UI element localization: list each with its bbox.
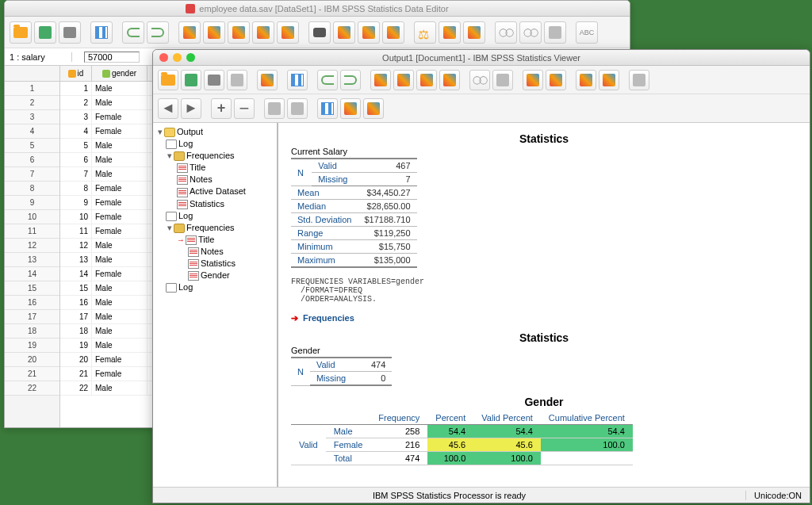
row-number[interactable]: 17 xyxy=(5,310,59,324)
gender-stats-table[interactable]: NValid474 Missing0 xyxy=(291,357,392,386)
collapse-button[interactable]: − xyxy=(234,98,255,119)
row-number[interactable]: 18 xyxy=(5,324,59,339)
cell-id[interactable]: 4 xyxy=(60,124,92,138)
cell-gender[interactable]: Male xyxy=(92,96,147,109)
insert-var-button[interactable] xyxy=(358,21,380,44)
find-button[interactable] xyxy=(308,21,331,44)
cell-gender[interactable]: Male xyxy=(92,281,147,295)
cell-id[interactable]: 11 xyxy=(60,224,92,238)
cell-gender[interactable]: Male xyxy=(92,239,147,252)
cell-id[interactable]: 14 xyxy=(60,267,92,281)
cell-gender[interactable]: Female xyxy=(92,182,147,195)
outline-log[interactable]: Log xyxy=(178,139,193,148)
outline-title[interactable]: Title xyxy=(190,163,205,172)
output-outline[interactable]: ▾Output Log ▾Frequencies Title Notes Act… xyxy=(153,123,278,487)
cell-gender[interactable]: Male xyxy=(92,310,147,323)
cell-gender[interactable]: Male xyxy=(92,139,147,152)
cell-id[interactable]: 8 xyxy=(60,182,92,195)
insert-heading-button[interactable] xyxy=(317,98,338,119)
tree-toggle[interactable]: ▾ xyxy=(156,127,164,137)
cell-id[interactable]: 5 xyxy=(60,139,92,152)
tb-c[interactable] xyxy=(629,70,649,90)
chart-button[interactable] xyxy=(439,70,460,90)
row-number[interactable]: 7 xyxy=(5,167,59,182)
row-number[interactable]: 15 xyxy=(5,281,59,296)
row-number[interactable]: 2 xyxy=(5,96,59,110)
cell-id[interactable]: 15 xyxy=(60,281,92,295)
cell-gender[interactable]: Female xyxy=(92,224,147,238)
run-button[interactable] xyxy=(252,21,274,44)
cell-id[interactable]: 21 xyxy=(60,367,92,381)
recall-button[interactable] xyxy=(287,70,308,90)
expand-button[interactable]: + xyxy=(211,98,232,119)
select-button[interactable] xyxy=(439,21,461,44)
row-number[interactable]: 3 xyxy=(5,110,59,124)
outline-gender[interactable]: Gender xyxy=(201,270,230,280)
row-number[interactable]: 16 xyxy=(5,296,59,310)
cell-id[interactable]: 22 xyxy=(60,381,92,395)
tree-toggle[interactable]: ▾ xyxy=(166,151,174,161)
cell-gender[interactable]: Male xyxy=(92,296,147,309)
sets-button[interactable] xyxy=(469,70,490,90)
minimize-window-button[interactable] xyxy=(173,53,182,62)
spell-button[interactable]: ABC xyxy=(576,21,598,44)
outline-log[interactable]: Log xyxy=(178,211,193,220)
col-gender[interactable]: gender xyxy=(92,66,147,81)
row-number[interactable]: 10 xyxy=(5,210,59,224)
cell-id[interactable]: 2 xyxy=(60,96,92,109)
cell-id[interactable]: 3 xyxy=(60,110,92,124)
row-number[interactable]: 21 xyxy=(5,367,59,381)
cell-id[interactable]: 12 xyxy=(60,239,92,252)
script-button[interactable] xyxy=(546,70,566,90)
sets2-button[interactable] xyxy=(492,70,513,90)
cell-id[interactable]: 7 xyxy=(60,167,92,181)
outline-frequencies[interactable]: Frequencies xyxy=(186,223,235,232)
row-number[interactable]: 6 xyxy=(5,153,59,167)
output-content[interactable]: Statistics Current Salary NValid467 Miss… xyxy=(278,123,810,487)
row-number[interactable]: 20 xyxy=(5,353,59,367)
recall-dialog-button[interactable] xyxy=(90,21,113,44)
salary-stats-table[interactable]: NValid467 Missing7 Mean$34,450.27 Median… xyxy=(291,158,417,268)
col-id[interactable]: id xyxy=(60,66,92,81)
row-number[interactable]: 5 xyxy=(5,139,59,153)
table-row[interactable]: Female21645.645.6100.0 xyxy=(291,438,633,452)
zoom-window-button[interactable] xyxy=(186,53,195,62)
row-number[interactable]: 13 xyxy=(5,253,59,267)
cell-id[interactable]: 18 xyxy=(60,324,92,338)
outline-frequencies[interactable]: Frequencies xyxy=(186,151,235,160)
row-number[interactable]: 19 xyxy=(5,339,59,353)
table-row[interactable]: ValidMale25854.454.454.4 xyxy=(291,425,633,438)
cell-id[interactable]: 10 xyxy=(60,210,92,224)
cell-gender[interactable]: Female xyxy=(92,110,147,124)
gender-frequency-table[interactable]: Frequency Percent Valid Percent Cumulati… xyxy=(291,411,633,465)
print-button[interactable] xyxy=(204,70,224,90)
cell-id[interactable]: 19 xyxy=(60,339,92,352)
outline-title[interactable]: Title xyxy=(198,235,214,244)
cell-gender[interactable]: Male xyxy=(92,82,147,95)
goto-data-button[interactable] xyxy=(370,70,391,90)
cell-gender[interactable]: Male xyxy=(92,339,147,352)
outline-active-dataset[interactable]: Active Dataset xyxy=(190,186,246,196)
cell-id[interactable]: 17 xyxy=(60,310,92,323)
goto-case-button[interactable] xyxy=(393,70,414,90)
row-number[interactable]: 1 xyxy=(5,82,59,96)
forward-button[interactable]: ► xyxy=(181,98,201,119)
cell-gender[interactable]: Female xyxy=(92,124,147,138)
sets3-button[interactable] xyxy=(544,21,566,44)
variables-button[interactable] xyxy=(228,21,250,44)
outline-statistics[interactable]: Statistics xyxy=(201,258,236,268)
cell-gender[interactable]: Male xyxy=(92,153,147,166)
undo-button[interactable] xyxy=(317,70,338,90)
export-button[interactable] xyxy=(257,70,278,90)
close-window-button[interactable] xyxy=(159,53,168,62)
insert-text-button[interactable] xyxy=(363,98,384,119)
split-button[interactable] xyxy=(382,21,404,44)
tb-a[interactable] xyxy=(576,70,596,90)
tree-toggle[interactable]: ▾ xyxy=(166,223,174,233)
cell-gender[interactable]: Male xyxy=(92,253,147,266)
print-button[interactable] xyxy=(59,21,81,44)
chart-button[interactable] xyxy=(277,21,299,44)
row-number[interactable]: 11 xyxy=(5,224,59,239)
cell-gender[interactable]: Male xyxy=(92,167,147,181)
row-number[interactable]: 9 xyxy=(5,196,59,210)
